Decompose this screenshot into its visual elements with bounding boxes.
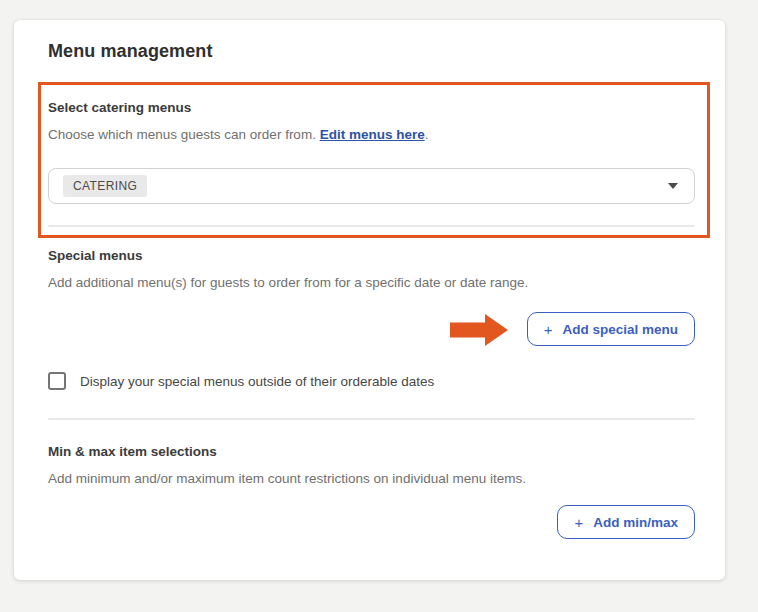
plus-icon: + <box>574 514 583 531</box>
select-catering-description: Choose which menus guests can order from… <box>48 126 695 143</box>
select-catering-section: Select catering menus Choose which menus… <box>48 100 695 227</box>
display-special-menus-checkbox[interactable] <box>48 372 66 390</box>
page-title: Menu management <box>48 40 695 62</box>
select-catering-heading: Select catering menus <box>48 100 695 116</box>
min-max-heading: Min & max item selections <box>48 444 695 460</box>
chevron-down-icon <box>668 183 678 189</box>
add-special-menu-button[interactable]: + Add special menu <box>527 312 695 346</box>
divider <box>48 418 695 420</box>
add-min-max-button[interactable]: + Add min/max <box>557 505 695 539</box>
display-special-menus-checkbox-label[interactable]: Display your special menus outside of th… <box>80 374 434 389</box>
edit-menus-link[interactable]: Edit menus here <box>320 127 425 142</box>
special-menus-button-row: + Add special menu <box>48 312 695 346</box>
plus-icon: + <box>544 321 553 338</box>
selected-menu-chip: CATERING <box>63 175 147 197</box>
add-min-max-label: Add min/max <box>593 515 678 530</box>
special-menus-description: Add additional menu(s) for guests to ord… <box>48 274 695 291</box>
divider <box>48 225 695 227</box>
description-text-suffix: . <box>425 127 429 142</box>
special-menus-visibility-row[interactable]: Display your special menus outside of th… <box>48 372 695 390</box>
description-text: Choose which menus guests can order from… <box>48 127 320 142</box>
catering-menus-select[interactable]: CATERING <box>48 168 695 204</box>
min-max-description: Add minimum and/or maximum item count re… <box>48 470 695 487</box>
special-menus-heading: Special menus <box>48 248 695 264</box>
min-max-button-row: + Add min/max <box>48 505 695 539</box>
card-content: Menu management Select catering menus Ch… <box>14 20 725 580</box>
special-menus-section: Special menus Add additional menu(s) for… <box>48 248 695 420</box>
add-special-menu-label: Add special menu <box>562 322 678 337</box>
menu-management-card: Menu management Select catering menus Ch… <box>14 20 725 580</box>
min-max-section: Min & max item selections Add minimum an… <box>48 444 695 539</box>
